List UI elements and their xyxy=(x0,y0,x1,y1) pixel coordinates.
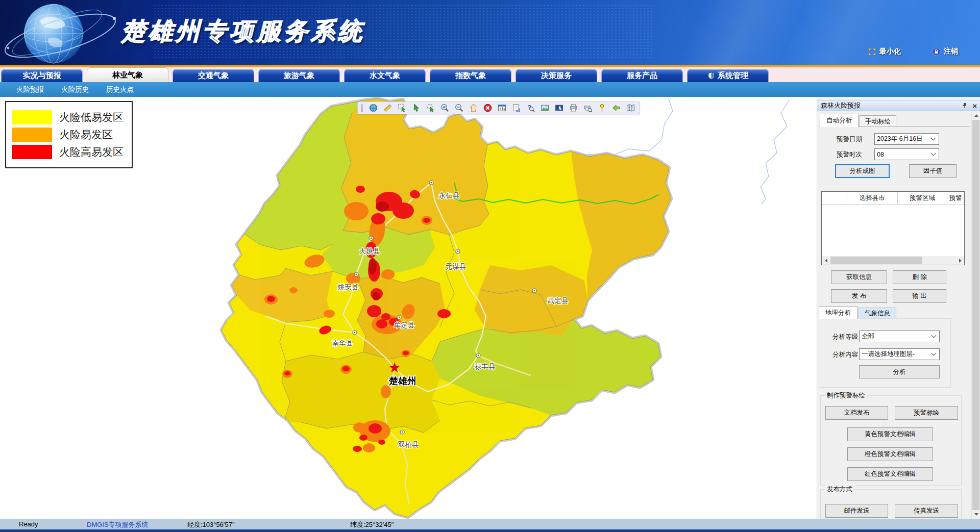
scroll-thumb[interactable] xyxy=(830,257,922,264)
table-column-1[interactable] xyxy=(822,192,847,205)
submenu-item-2[interactable]: 火险历史 xyxy=(61,85,89,94)
main-tab-9[interactable]: 系统管理 xyxy=(687,69,769,82)
main-tab-2[interactable]: 林业气象 xyxy=(87,67,168,82)
window-chart-icon[interactable] xyxy=(497,103,507,113)
main-tab-7[interactable]: 决策服务 xyxy=(516,69,597,82)
email-send-button[interactable]: 邮件发送 xyxy=(825,504,888,518)
town-marker-dot xyxy=(402,432,403,433)
analyze-map-button[interactable]: 分析成图 xyxy=(835,164,890,178)
legend-swatch xyxy=(12,110,52,124)
lock-icon xyxy=(932,47,941,56)
county-label: 双柏县 xyxy=(398,441,419,448)
main-tab-label: 实况与预报 xyxy=(23,71,61,81)
red-warning-doc-button[interactable]: 红色预警文档编辑 xyxy=(847,467,933,481)
nav-tabs: 实况与预报林业气象交通气象旅游气象水文气象指数气象决策服务服务产品系统管理 xyxy=(1,67,769,82)
pan-hand-icon[interactable] xyxy=(468,103,479,113)
fax-send-button[interactable]: 传真发送 xyxy=(895,504,958,518)
globe-icon[interactable] xyxy=(368,103,379,113)
submenu-item-3[interactable]: 历史火点 xyxy=(106,85,134,94)
scroll-left-icon[interactable] xyxy=(822,256,830,265)
table-hscrollbar[interactable] xyxy=(822,256,964,265)
refresh-page-icon[interactable] xyxy=(511,103,522,113)
tab-manual-plot[interactable]: 手动标绘 xyxy=(860,115,896,127)
pin-marker-icon[interactable] xyxy=(597,103,607,113)
warning-table[interactable]: 选择县市预警区域预警 xyxy=(821,191,965,265)
panel-scrollbar[interactable] xyxy=(971,111,980,519)
main-tab-4[interactable]: 旅游气象 xyxy=(258,69,340,82)
analyze-button[interactable]: 分析 xyxy=(859,365,940,378)
tab-auto-analysis[interactable]: 自动分析 xyxy=(820,114,859,127)
factor-value-button[interactable]: 因子值 xyxy=(909,164,957,178)
minimize-button[interactable]: 最小化 xyxy=(868,47,901,56)
main-tab-3[interactable]: 交通气象 xyxy=(173,69,254,82)
main-tab-8[interactable]: 服务产品 xyxy=(601,69,683,82)
warn-time-value: 08 xyxy=(877,151,929,158)
panel-body: 自动分析 手动标绘 预警日期 2023年 6月16日 预警时次 08 分析成图 … xyxy=(817,111,972,519)
analysis-content-combo[interactable]: 一请选择地理图层- xyxy=(859,348,940,360)
analysis-level-combo[interactable]: 全部 xyxy=(859,331,940,342)
print-preview-icon[interactable] xyxy=(582,103,593,113)
select-box-cursor-icon[interactable] xyxy=(397,103,407,113)
image-icon[interactable] xyxy=(540,103,550,113)
app-root: 楚雄州专项服务系统 最小化 注销 实况与预报林业气象交通气象旅游气象水文气象指数… xyxy=(0,0,980,532)
doc-publish-button[interactable]: 文档发布 xyxy=(825,406,888,420)
map-legend: 火险低易发区火险易发区火险高易发区 xyxy=(5,101,133,168)
table-column-2[interactable]: 选择县市 xyxy=(847,192,898,205)
image-night-icon[interactable] xyxy=(554,103,565,113)
map-overview-icon[interactable] xyxy=(625,103,636,113)
submenu-item-1[interactable]: 火险预报 xyxy=(16,85,44,94)
warn-plot-button[interactable]: 预警标绘 xyxy=(895,406,958,420)
chevron-down-icon xyxy=(931,136,936,141)
table-column-4[interactable]: 预警 xyxy=(947,192,964,205)
panel-title: 森林火险预报 xyxy=(821,101,861,110)
tab-weather-info[interactable]: 气象信息 xyxy=(859,308,896,319)
table-column-3[interactable]: 预警区域 xyxy=(898,192,947,205)
logout-button[interactable]: 注销 xyxy=(932,47,958,56)
analysis-level-label: 分析等级 xyxy=(832,333,858,341)
main-tab-1[interactable]: 实况与预报 xyxy=(1,69,83,82)
tab-geo-analysis[interactable]: 地理分析 xyxy=(819,306,857,319)
forest-fire-panel: 森林火险预报 × 自动分析 手动标绘 预警日期 2023年 6月16日 预警时次… xyxy=(817,97,980,519)
measure-ruler-icon[interactable] xyxy=(382,103,393,113)
map-area[interactable]: 永仁县元谋县大姚县姚安县武定县南华县牟定县禄丰县双柏县 楚雄州 火险低易发区火险… xyxy=(0,97,817,519)
map-toolbar xyxy=(357,102,640,114)
warn-time-combo[interactable]: 08 xyxy=(874,148,939,160)
county-label: 禄丰县 xyxy=(475,363,496,370)
zoom-in-icon[interactable] xyxy=(439,103,450,113)
chevron-down-icon xyxy=(931,151,936,156)
panel-scroll-thumb[interactable] xyxy=(972,120,979,510)
county-label: 牟定县 xyxy=(394,321,415,329)
select-arrow-cursor-icon[interactable] xyxy=(411,103,422,113)
main-tab-label: 林业气象 xyxy=(112,70,143,80)
toolbar-grip[interactable] xyxy=(361,104,363,112)
zoom-out-icon[interactable] xyxy=(454,103,464,113)
county-label: 大姚县 xyxy=(359,247,380,255)
main-tabbar: 实况与预报林业气象交通气象旅游气象水文气象指数气象决策服务服务产品系统管理 xyxy=(0,67,980,82)
main-tab-5[interactable]: 水文气象 xyxy=(344,69,426,82)
main-tab-6[interactable]: 指数气象 xyxy=(430,69,511,82)
town-marker-dot xyxy=(354,332,356,334)
scroll-up-icon[interactable] xyxy=(972,111,980,120)
publish-button[interactable]: 发 布 xyxy=(831,289,887,303)
fetch-info-button[interactable]: 获取信息 xyxy=(831,270,887,284)
scroll-right-icon[interactable] xyxy=(956,256,964,265)
close-icon[interactable]: × xyxy=(972,102,977,110)
scroll-down-icon[interactable] xyxy=(972,510,980,519)
print-icon[interactable] xyxy=(568,103,579,113)
export-button[interactable]: 输 出 xyxy=(893,289,946,303)
select-lasso-cursor-icon[interactable] xyxy=(425,103,436,113)
delete-button[interactable]: 删 除 xyxy=(893,270,946,284)
warn-time-label: 预警时次 xyxy=(837,150,862,159)
table-header: 选择县市预警区域预警 xyxy=(822,192,964,205)
legend-swatch xyxy=(12,128,52,142)
warn-date-combo[interactable]: 2023年 6月16日 xyxy=(874,133,939,145)
pin-icon[interactable] xyxy=(962,103,968,109)
clear-stop-icon[interactable] xyxy=(482,103,493,113)
main-tab-label: 旅游气象 xyxy=(284,71,314,81)
orange-warning-doc-button[interactable]: 橙色预警文档编辑 xyxy=(847,447,933,461)
legend-item: 火险高易发区 xyxy=(12,145,126,159)
identify-icon[interactable] xyxy=(525,103,536,113)
back-arrow-icon[interactable] xyxy=(611,103,622,113)
status-system-link[interactable]: DMGIS专项服务系统 xyxy=(87,520,149,529)
yellow-warning-doc-button[interactable]: 黄色预警文档编辑 xyxy=(847,427,933,441)
